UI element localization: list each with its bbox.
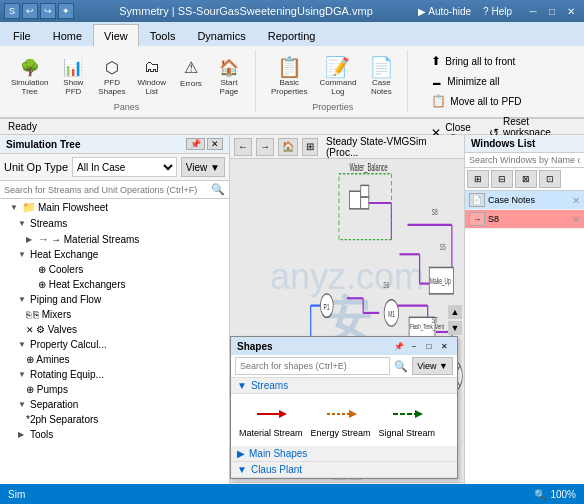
minimize-all-btn[interactable]: 🗕 Minimize all (426, 72, 570, 90)
window-list-icon: 🗂 (140, 55, 164, 79)
tree-node-coolers[interactable]: ⊕ Coolers (0, 262, 229, 277)
tree-node-mixers[interactable]: ⎘ ⎘ Mixers (0, 307, 229, 322)
shapes-close-btn[interactable]: ✕ (437, 339, 451, 353)
s8-win-icon: → (469, 212, 485, 226)
tree-node-pumps[interactable]: ⊕ Pumps (0, 382, 229, 397)
tab-reporting[interactable]: Reporting (257, 24, 327, 46)
sim-tree-pin[interactable]: 📌 (186, 138, 205, 150)
basic-props-icon: 📋 (277, 55, 301, 79)
tree-label-valves: ⚙ Valves (36, 324, 77, 335)
title-bar-app-icons: S ↩ ↪ ✦ (4, 3, 74, 19)
tree-node-material-streams[interactable]: ▶ → → Material Streams (0, 231, 229, 247)
pfd-grid-btn[interactable]: ⊞ (302, 138, 318, 156)
windows-arrange-btn-4[interactable]: ⊡ (539, 170, 561, 188)
app-icon-4: ✦ (58, 3, 74, 19)
tab-dynamics[interactable]: Dynamics (186, 24, 256, 46)
shapes-section-claus[interactable]: ▼ Claus Plant (231, 462, 457, 478)
shapes-minimize-btn[interactable]: − (407, 339, 421, 353)
move-pfd-icon: 📋 (431, 94, 446, 108)
windows-arrange-btn-3[interactable]: ⊠ (515, 170, 537, 188)
sim-tree-header: Simulation Tree 📌 ✕ (0, 135, 229, 154)
auto-hide-btn[interactable]: ▶ Auto-hide (418, 6, 471, 17)
tab-home[interactable]: Home (42, 24, 93, 46)
simulation-tree: ▼ 📁 Main Flowsheet ▼ Streams ▶ → (0, 199, 229, 501)
errors-btn[interactable]: ⚠ Errors (173, 52, 209, 91)
shape-material-stream[interactable]: Material Stream (239, 402, 303, 438)
maximize-button[interactable]: □ (543, 2, 561, 20)
tree-label-hx: ⊕ Heat Exchangers (38, 279, 126, 290)
help-btn[interactable]: ? Help (483, 6, 512, 17)
streams-collapse-icon: ▼ (237, 380, 247, 391)
view-btn[interactable]: View ▼ (181, 157, 225, 177)
streams-section-header[interactable]: ▼ Streams (231, 378, 457, 394)
tree-node-2ph-sep[interactable]: *2ph Separators (0, 412, 229, 427)
tab-file[interactable]: File (2, 24, 42, 46)
windows-list-search-input[interactable] (469, 155, 580, 165)
show-pfd-btn[interactable]: 📊 ShowPFD (55, 52, 91, 100)
minimize-all-icon: 🗕 (431, 74, 443, 88)
bring-front-icon: ⬆ (431, 54, 441, 68)
shapes-view-btn[interactable]: View ▼ (412, 357, 453, 375)
status-left: Sim (8, 489, 25, 500)
tree-node-heat-exchange[interactable]: ▼ Heat Exchange (0, 247, 229, 262)
sim-tree-close[interactable]: ✕ (207, 138, 223, 150)
simulation-tree-icon: 🌳 (18, 55, 42, 79)
mixers-icon: ⎘ (26, 310, 31, 320)
tree-node-separation[interactable]: ▼ Separation (0, 397, 229, 412)
tree-node-piping[interactable]: ▼ Piping and Flow (0, 292, 229, 307)
windows-arrange-btn-2[interactable]: ⊟ (491, 170, 513, 188)
basic-props-btn[interactable]: 📋 BasicProperties (266, 52, 312, 100)
move-all-pfd-btn[interactable]: 📋 Move all to PFD (426, 92, 570, 110)
tab-tools[interactable]: Tools (139, 24, 187, 46)
windows-list-search-box (465, 153, 584, 168)
tree-node-tools[interactable]: ▶ Tools (0, 427, 229, 442)
bring-all-front-btn[interactable]: ⬆ Bring all to front (426, 52, 570, 70)
svg-text:Flash_Tenk_Vent: Flash_Tenk_Vent (410, 322, 444, 332)
case-notes-btn[interactable]: 📄 CaseNotes (363, 52, 399, 100)
tree-node-main-flowsheet[interactable]: ▼ 📁 Main Flowsheet (0, 199, 229, 216)
tree-node-amines[interactable]: ⊕ Amines (0, 352, 229, 367)
shapes-search-input[interactable] (235, 357, 390, 375)
pfd-forward-btn[interactable]: → (256, 138, 274, 156)
tree-node-valves[interactable]: ✕ ⚙ Valves (0, 322, 229, 337)
pfd-scroll-right[interactable]: ▲ ▼ (448, 305, 462, 335)
start-page-btn[interactable]: 🏠 StartPage (211, 52, 247, 100)
shapes-section-streams[interactable]: ▼ Streams Material Stream (231, 378, 457, 446)
case-notes-close-btn[interactable]: ✕ (572, 195, 580, 206)
windows-arrange-btn-1[interactable]: ⊞ (467, 170, 489, 188)
start-page-icon: 🏠 (217, 55, 241, 79)
simulation-tree-btn[interactable]: 🌳 SimulationTree (6, 52, 53, 100)
signal-stream-label: Signal Stream (379, 428, 436, 438)
shapes-restore-btn[interactable]: □ (422, 339, 436, 353)
pfd-home-btn[interactable]: 🏠 (278, 138, 298, 156)
tab-view[interactable]: View (93, 24, 139, 46)
claus-section-header[interactable]: ▼ Claus Plant (231, 462, 457, 478)
window-item-case-notes[interactable]: 📄 Case Notes ✕ (465, 191, 584, 210)
shape-energy-stream[interactable]: Energy Stream (311, 402, 371, 438)
scroll-up-btn[interactable]: ▲ (448, 305, 462, 319)
tree-node-heat-exchangers[interactable]: ⊕ Heat Exchangers (0, 277, 229, 292)
window-item-s8[interactable]: → S8 ✕ (465, 210, 584, 229)
close-button[interactable]: ✕ (562, 2, 580, 20)
main-shapes-section-header[interactable]: ▶ Main Shapes (231, 446, 457, 462)
shapes-section-main[interactable]: ▶ Main Shapes (231, 446, 457, 462)
sim-tree-search-input[interactable] (4, 185, 211, 195)
s8-close-btn[interactable]: ✕ (572, 214, 580, 225)
command-log-btn[interactable]: 📝 CommandLog (314, 52, 361, 100)
unit-op-select[interactable]: All In Case (72, 157, 177, 177)
tree-label-separation: Separation (30, 399, 78, 410)
properties-group-label: Properties (266, 100, 399, 112)
shapes-pin-btn[interactable]: 📌 (392, 339, 406, 353)
shape-signal-stream[interactable]: Signal Stream (379, 402, 436, 438)
pfd-back-btn[interactable]: ← (234, 138, 252, 156)
case-notes-win-icon: 📄 (469, 193, 485, 207)
tree-node-rotating-equip[interactable]: ▼ Rotating Equip... (0, 367, 229, 382)
window-list-btn[interactable]: 🗂 WindowList (133, 52, 171, 100)
scroll-down-btn[interactable]: ▼ (448, 321, 462, 335)
tree-node-streams[interactable]: ▼ Streams (0, 216, 229, 231)
tree-node-property-calcs[interactable]: ▼ Property Calcul... (0, 337, 229, 352)
pfd-shapes-btn[interactable]: ⬡ PFDShapes (93, 52, 130, 100)
s8-win-label: S8 (488, 214, 569, 224)
minimize-button[interactable]: ─ (524, 2, 542, 20)
svg-rect-23 (361, 185, 369, 197)
